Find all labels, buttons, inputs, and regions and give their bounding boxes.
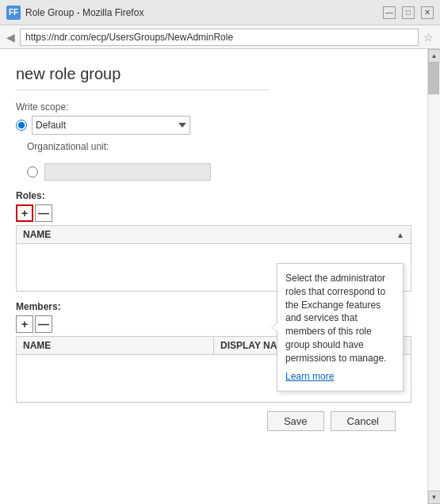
roles-toolbar: + — — [16, 204, 411, 222]
tooltip-arrow — [271, 323, 277, 332]
browser-title: Role Group - Mozilla Firefox — [25, 7, 378, 18]
org-unit-label: Organizational unit: — [27, 141, 109, 152]
tooltip-text: Select the administrator roles that corr… — [285, 273, 386, 364]
roles-name-header: NAME ▲ — [17, 226, 411, 244]
org-unit-field-row — [27, 163, 411, 181]
scroll-track[interactable] — [428, 63, 440, 491]
scroll-thumb[interactable] — [428, 63, 439, 94]
add-role-button[interactable]: + — [16, 204, 33, 222]
scroll-down-button[interactable]: ▼ — [428, 491, 441, 504]
browser-titlebar: FF Role Group - Mozilla Firefox — □ ✕ — [0, 0, 440, 25]
scroll-up-button[interactable]: ▲ — [428, 49, 441, 63]
footer-row: Save Cancel — [16, 403, 411, 439]
tooltip-arrow-inner — [272, 323, 277, 331]
default-radio[interactable] — [16, 120, 27, 131]
maximize-button[interactable]: □ — [402, 6, 415, 19]
browser-icon: FF — [6, 6, 21, 20]
save-button[interactable]: Save — [267, 411, 324, 431]
write-scope-select[interactable]: Default — [32, 116, 190, 135]
page-divider — [16, 90, 270, 90]
org-unit-row: Organizational unit: — [27, 141, 411, 155]
address-left: https://ndr — [25, 32, 67, 43]
write-scope-label: Write scope: — [16, 101, 411, 113]
default-radio-row: Default — [16, 116, 411, 135]
members-name-header: NAME — [17, 337, 214, 355]
browser-addressbar: ◀ https://ndr .com/ecp/UsersGroups/NewAd… — [0, 25, 440, 49]
page-title: new role group — [16, 65, 411, 83]
address-right: .com/ecp/UsersGroups/NewAdminRole — [67, 32, 233, 43]
write-scope-radio-group: Default — [16, 116, 411, 135]
learn-more-link[interactable]: Learn more — [285, 370, 395, 384]
back-icon[interactable]: ◀ — [6, 31, 15, 44]
address-bar[interactable]: https://ndr .com/ecp/UsersGroups/NewAdmi… — [20, 29, 419, 46]
content-area: new role group Write scope: Default Orga… — [0, 49, 427, 504]
org-unit-radio[interactable] — [27, 166, 38, 178]
org-unit-input[interactable] — [44, 163, 211, 181]
browser-controls: — □ ✕ — [383, 6, 434, 19]
roles-sort-icon: ▲ — [396, 231, 404, 239]
cancel-button[interactable]: Cancel — [331, 411, 396, 431]
remove-member-button[interactable]: — — [35, 315, 52, 333]
tooltip: Select the administrator roles that corr… — [277, 263, 404, 391]
add-member-button[interactable]: + — [16, 315, 33, 333]
minimize-button[interactable]: — — [383, 6, 396, 19]
bookmark-icon[interactable]: ☆ — [423, 31, 434, 44]
close-button[interactable]: ✕ — [421, 6, 434, 19]
roles-label: Roles: — [16, 190, 411, 201]
scrollbar: ▲ ▼ — [427, 49, 440, 504]
roles-table-header-row: NAME ▲ — [17, 226, 411, 244]
main-container: new role group Write scope: Default Orga… — [0, 49, 440, 504]
remove-role-button[interactable]: — — [35, 204, 52, 222]
